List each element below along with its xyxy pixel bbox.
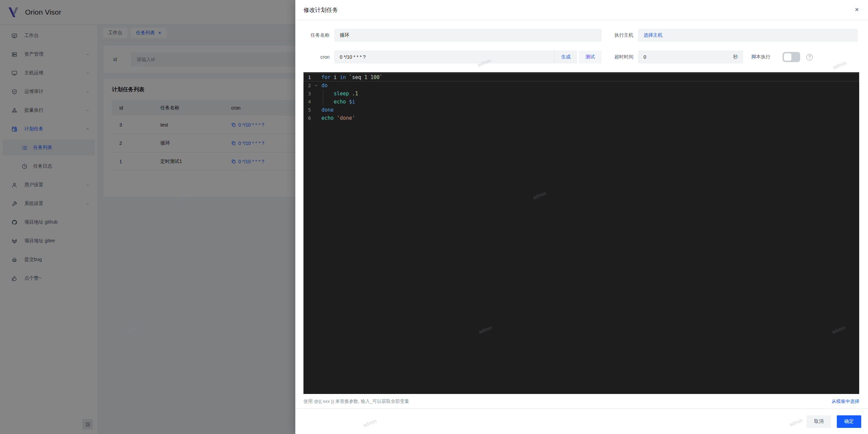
cron-generate-button[interactable]: 生成 <box>554 51 577 63</box>
editor-line-4: 4 echo $i <box>303 98 859 106</box>
line-number: 3 <box>303 90 311 98</box>
fold-gutter <box>311 114 321 122</box>
code-text: echo 'done' <box>321 114 355 122</box>
fold-gutter <box>311 73 321 81</box>
editor-line-5: 5done <box>303 106 859 114</box>
editor-hint-bar: 使用 @{{ xxx }} 来替换参数, 输入_可以获取全部变量 从模板中选择 <box>303 394 859 409</box>
modal-body: 任务名称 执行主机 选择主机 cron 生成 测试 超时时间 <box>295 20 868 409</box>
editor-line-3: 3 sleep .1 <box>303 90 859 98</box>
edit-task-modal: 修改计划任务 ✕ 任务名称 执行主机 选择主机 cron <box>295 0 868 434</box>
task-name-label: 任务名称 <box>303 32 330 38</box>
close-icon[interactable]: ✕ <box>855 7 859 13</box>
cron-input-group: 生成 测试 <box>334 51 601 63</box>
timeout-label: 超时时间 <box>607 54 633 60</box>
line-number: 5 <box>303 106 311 114</box>
cron-label: cron <box>303 54 330 60</box>
app-root: Orion Visor 工作台资产管理主机运维运维审计批量执行计划任务任务列表任… <box>0 0 868 434</box>
line-number: 2 <box>303 81 311 90</box>
modal-footer: 取消 确定 <box>295 409 868 434</box>
exec-host-label: 执行主机 <box>607 32 633 38</box>
form-row-1: 任务名称 执行主机 选择主机 <box>303 29 859 42</box>
fold-gutter <box>311 98 321 106</box>
fold-gutter <box>311 90 321 98</box>
modal-header: 修改计划任务 ✕ <box>295 0 868 20</box>
task-name-field <box>334 29 601 42</box>
form-row-2: cron 生成 测试 超时时间 秒 脚本执行 ? <box>303 51 859 63</box>
parameter-hint-text: 使用 @{{ xxx }} 来替换参数, 输入_可以获取全部变量 <box>303 398 409 404</box>
switch-knob <box>784 53 791 61</box>
line-number: 6 <box>303 114 311 122</box>
indent-guide <box>323 98 323 106</box>
select-from-template-link[interactable]: 从模板中选择 <box>832 398 859 404</box>
confirm-button[interactable]: 确定 <box>837 415 861 428</box>
script-exec-switch[interactable] <box>783 52 800 62</box>
help-icon[interactable]: ? <box>806 54 813 60</box>
select-host-link[interactable]: 选择主机 <box>644 32 663 38</box>
script-exec-label: 脚本执行 <box>750 54 770 60</box>
cron-test-button[interactable]: 测试 <box>579 51 601 63</box>
editor-line-6: 6echo 'done' <box>303 114 859 122</box>
cancel-button[interactable]: 取消 <box>807 415 831 428</box>
script-code-editor[interactable]: 1for i in `seq 1 100`2do3 sleep .14 echo… <box>303 72 859 394</box>
line-number: 4 <box>303 98 311 106</box>
code-text: do <box>321 81 328 90</box>
timeout-field: 秒 <box>638 51 743 63</box>
cron-field <box>334 51 554 63</box>
modal-title: 修改计划任务 <box>303 6 338 14</box>
code-text: echo $i <box>321 98 355 106</box>
task-name-input[interactable] <box>340 33 596 38</box>
indent-guide <box>323 90 323 98</box>
exec-host-field[interactable]: 选择主机 <box>638 29 858 42</box>
timeout-input[interactable] <box>644 54 664 60</box>
cron-input[interactable] <box>340 54 549 60</box>
fold-gutter <box>311 106 321 114</box>
timeout-unit-label: 秒 <box>733 54 738 60</box>
code-text: done <box>321 106 334 114</box>
code-text: sleep .1 <box>321 90 358 98</box>
editor-line-2: 2do <box>303 81 859 90</box>
fold-icon[interactable] <box>311 81 321 90</box>
editor-line-1: 1for i in `seq 1 100` <box>303 73 859 81</box>
code-text: for i in `seq 1 100` <box>321 73 383 81</box>
line-number: 1 <box>303 73 311 81</box>
